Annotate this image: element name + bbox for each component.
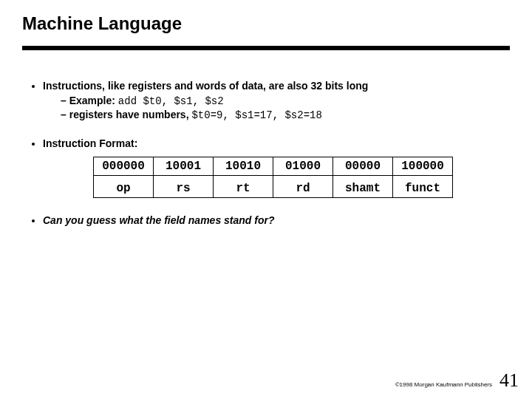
table-row: op rs rt rd shamt funct <box>94 176 453 198</box>
bullet-1-sub2-code: $t0=9, $s1=17, $s2=18 <box>191 109 321 121</box>
cell-op-label: op <box>94 176 154 198</box>
footer: ©1998 Morgan Kaufmann Publishers 41 <box>395 369 519 392</box>
slide: Machine Language Instructions, like regi… <box>0 0 532 399</box>
instruction-format-table: 000000 10001 10010 01000 00000 100000 op… <box>93 157 510 198</box>
format-table: 000000 10001 10010 01000 00000 100000 op… <box>93 157 453 198</box>
bullet-1-sublist: Example: add $t0, $s1, $s2 registers hav… <box>43 95 510 121</box>
bullet-1-sub1: Example: add $t0, $s1, $s2 <box>61 95 510 107</box>
bullet-1-sub1-prefix: Example: <box>69 95 118 106</box>
bullet-2: Instruction Format: 000000 10001 10010 0… <box>43 137 510 198</box>
bullet-2-text: Instruction Format: <box>43 137 137 149</box>
slide-title: Machine Language <box>22 13 510 41</box>
title-rule <box>22 46 510 50</box>
table-row: 000000 10001 10010 01000 00000 100000 <box>94 157 453 176</box>
bullet-list: Instructions, like registers and words o… <box>22 80 510 226</box>
cell-rt-label: rt <box>214 176 273 198</box>
cell-rs-label: rs <box>154 176 214 198</box>
bullet-1-sub2: registers have numbers, $t0=9, $s1=17, $… <box>61 109 510 121</box>
cell-funct-label: funct <box>393 176 453 198</box>
bullet-1: Instructions, like registers and words o… <box>43 80 510 121</box>
page-number: 41 <box>499 369 519 392</box>
cell-shamt-bits: 00000 <box>333 157 393 176</box>
bullet-1-text: Instructions, like registers and words o… <box>43 80 368 92</box>
bullet-3-text: Can you guess what the field names stand… <box>43 214 275 226</box>
cell-rt-bits: 10010 <box>214 157 273 176</box>
cell-rd-label: rd <box>273 176 333 198</box>
copyright-text: ©1998 Morgan Kaufmann Publishers <box>395 381 492 388</box>
bullet-1-sub1-code: add $t0, $s1, $s2 <box>118 95 224 107</box>
bullet-1-sub2-prefix: registers have numbers, <box>69 109 192 120</box>
cell-funct-bits: 100000 <box>393 157 453 176</box>
cell-rd-bits: 01000 <box>273 157 333 176</box>
bullet-3: Can you guess what the field names stand… <box>43 214 510 226</box>
cell-rs-bits: 10001 <box>154 157 214 176</box>
cell-shamt-label: shamt <box>333 176 393 198</box>
cell-op-bits: 000000 <box>94 157 154 176</box>
